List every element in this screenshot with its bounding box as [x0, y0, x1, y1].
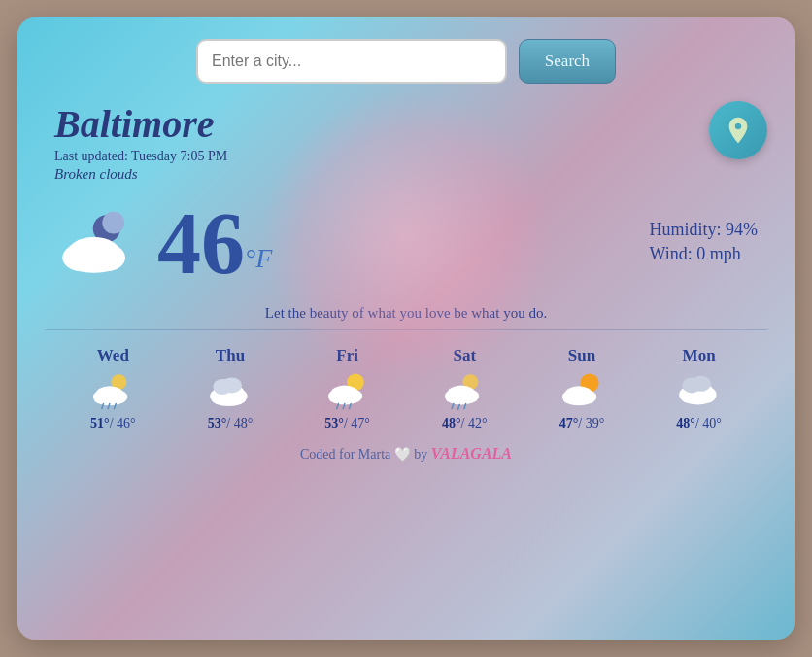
forecast-day-name-thu: Thu [216, 346, 245, 365]
forecast-day-name-fri: Fri [336, 346, 358, 365]
forecast-icon-sat [441, 371, 488, 410]
svg-line-27 [349, 404, 351, 409]
search-row: Search [45, 39, 767, 84]
forecast-thu: Thu 53°/ 48° [207, 346, 254, 432]
city-search-input[interactable] [196, 39, 507, 84]
forecast-temps-thu: 53°/ 48° [208, 416, 254, 432]
svg-point-46 [691, 376, 711, 392]
weather-left: 46°F [54, 200, 272, 288]
svg-point-1 [102, 212, 124, 234]
forecast-day-name-wed: Wed [97, 346, 129, 365]
svg-point-17 [212, 393, 246, 406]
forecast-mon: Mon 48°/ 40° [676, 346, 723, 432]
weather-details: Humidity: 94% Wind: 0 mph [650, 220, 759, 268]
svg-point-40 [563, 393, 594, 405]
forecast-temps-mon: 48°/ 40° [676, 416, 722, 432]
location-pin-icon [723, 115, 754, 146]
forecast-icon-sun [558, 371, 605, 410]
last-updated: Last updated: Tuesday 7:05 PM [54, 149, 758, 164]
svg-line-34 [458, 404, 460, 409]
svg-point-5 [64, 249, 123, 273]
weather-main: 46°F Humidity: 94% Wind: 0 mph [45, 190, 767, 288]
forecast-wed: Wed 51°/ 46° [89, 346, 136, 432]
forecast-icon-wed [89, 371, 136, 410]
svg-point-24 [328, 393, 359, 405]
footer-text: Coded for Marta 🤍 by [300, 447, 431, 462]
humidity: Humidity: 94% [650, 220, 759, 240]
svg-point-44 [680, 391, 714, 404]
weather-icon-main [54, 210, 142, 278]
temperature-display: 46°F [157, 200, 272, 288]
svg-point-32 [446, 393, 477, 405]
forecast-day-name-sun: Sun [568, 346, 595, 365]
quote-bar: Let the beauty of what you love be what … [45, 294, 767, 330]
footer: Coded for Marta 🤍 by VALAGALA [45, 439, 767, 463]
forecast-temps-sun: 47°/ 39° [559, 416, 605, 432]
forecast-temps-wed: 51°/ 46° [90, 416, 136, 432]
forecast-icon-mon [676, 371, 723, 410]
wind: Wind: 0 mph [650, 244, 759, 264]
forecast-icon-thu [207, 371, 254, 410]
svg-line-33 [452, 404, 454, 409]
svg-point-19 [221, 377, 242, 393]
search-button[interactable]: Search [519, 39, 616, 84]
forecast-temps-sat: 48°/ 42° [442, 416, 488, 432]
forecast-row: Wed 51°/ 46° T [45, 330, 767, 439]
forecast-fri: Fri 53°/ 47° [324, 346, 371, 432]
city-name: Baltimore [54, 101, 758, 147]
svg-line-35 [464, 404, 466, 409]
forecast-temps-fri: 53°/ 47° [324, 416, 370, 432]
location-pin-button[interactable] [709, 101, 767, 159]
city-section: Baltimore Last updated: Tuesday 7:05 PM … [45, 101, 767, 183]
forecast-sat: Sat 48°/ 42° [441, 346, 488, 432]
forecast-sun: Sun 47°/ 39° [558, 346, 605, 432]
footer-brand: VALAGALA [431, 445, 512, 462]
weather-app: Search Baltimore Last updated: Tuesday 7… [17, 17, 795, 640]
svg-line-25 [336, 404, 338, 409]
forecast-day-name-mon: Mon [683, 346, 716, 365]
weather-description: Broken clouds [54, 166, 758, 183]
forecast-day-name-sat: Sat [453, 346, 476, 365]
forecast-icon-fri [324, 371, 371, 410]
